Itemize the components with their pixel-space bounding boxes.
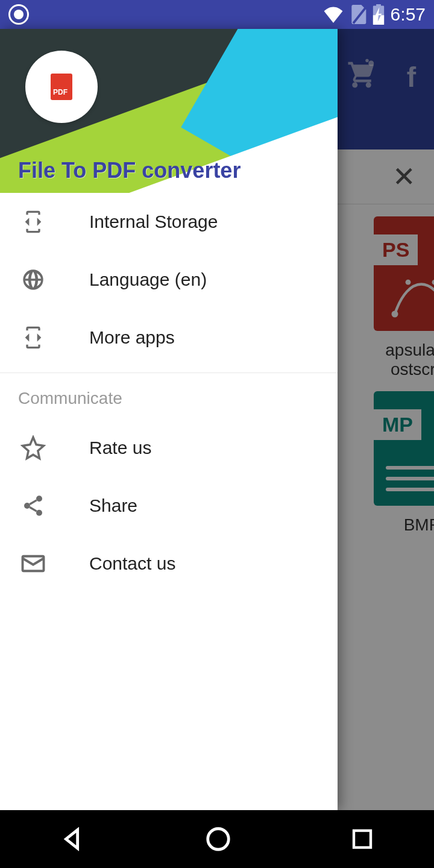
status-right: 6:57: [323, 4, 426, 25]
drawer-section-header: Communicate: [0, 373, 338, 419]
drawer-title: File To PDF converter: [18, 158, 241, 183]
back-button[interactable]: [59, 825, 87, 853]
apps-icon: [20, 326, 46, 350]
drawer-item-label: Share: [89, 495, 137, 516]
status-indicator-icon: [8, 4, 29, 25]
status-time: 6:57: [391, 4, 426, 25]
drawer-item-label: Rate us: [89, 438, 151, 458]
globe-icon: [20, 268, 46, 292]
svg-point-7: [24, 503, 30, 509]
sim-icon: [350, 5, 366, 24]
navigation-drawer: File To PDF converter Internal Storage L…: [0, 29, 338, 810]
battery-icon: [373, 4, 385, 25]
app-logo-icon: [25, 51, 98, 123]
wifi-icon: [323, 6, 344, 23]
drawer-item-label: More apps: [89, 327, 175, 348]
android-navbar: [0, 810, 434, 868]
svg-rect-11: [354, 831, 371, 848]
drawer-item-language[interactable]: Language (en): [0, 251, 338, 309]
svg-point-8: [36, 510, 42, 516]
drawer-item-share[interactable]: Share: [0, 477, 338, 535]
share-icon: [20, 494, 46, 518]
svg-point-6: [36, 495, 42, 502]
mail-icon: [20, 551, 46, 576]
drawer-item-contact-us[interactable]: Contact us: [0, 535, 338, 593]
drawer-item-label: Internal Storage: [89, 212, 218, 232]
drawer-item-rate-us[interactable]: Rate us: [0, 419, 338, 477]
drawer-item-internal-storage[interactable]: Internal Storage: [0, 193, 338, 251]
storage-icon: [20, 210, 46, 234]
star-icon: [20, 435, 46, 461]
drawer-list: Internal Storage Language (en) More apps…: [0, 193, 338, 810]
drawer-item-more-apps[interactable]: More apps: [0, 309, 338, 366]
svg-point-10: [208, 829, 229, 850]
drawer-item-label: Contact us: [89, 553, 175, 574]
drawer-item-label: Language (en): [89, 269, 207, 290]
drawer-header: File To PDF converter: [0, 29, 338, 193]
status-bar: 6:57: [0, 0, 434, 29]
home-button[interactable]: [204, 825, 232, 853]
recents-button[interactable]: [350, 826, 375, 852]
